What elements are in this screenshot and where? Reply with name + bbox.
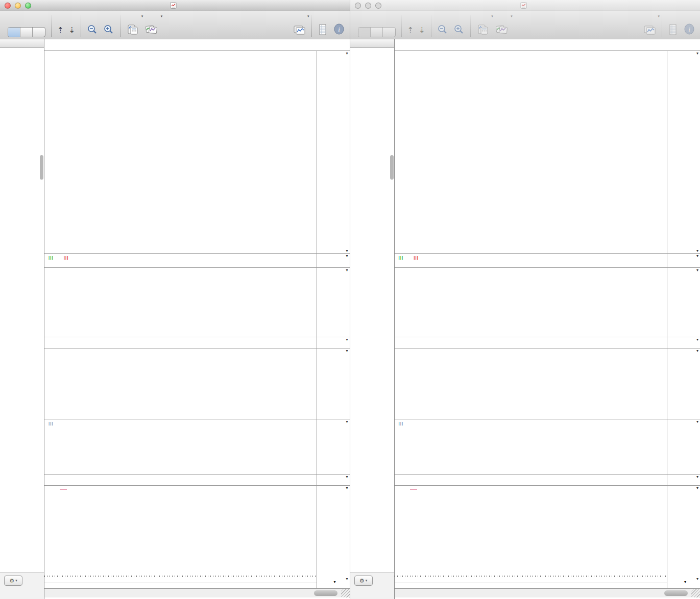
horizontal-scrollbar[interactable]	[395, 589, 700, 597]
price-plot[interactable]	[44, 51, 317, 253]
sidebar-scrollbar-thumb[interactable]	[390, 155, 394, 180]
volume-axis[interactable]: ▾	[317, 419, 350, 474]
zoom-in-button[interactable]	[101, 13, 117, 38]
action-gear-button[interactable]: ⚙▾	[354, 576, 373, 586]
crosshair-tool-icon[interactable]	[8, 28, 20, 37]
collapse-triangle-icon[interactable]: ▾	[696, 577, 698, 581]
mansfield-panel[interactable]: ▾	[395, 337, 700, 348]
resize-grip[interactable]	[691, 589, 700, 597]
relative-performance-baseline-panel[interactable]: ▾	[44, 268, 350, 337]
zoom-out-button[interactable]	[84, 13, 101, 38]
prev-button[interactable]: ⇡	[55, 13, 66, 38]
minimize-button[interactable]	[15, 3, 21, 9]
rp-baseline-plot[interactable]	[395, 268, 667, 337]
layout-button[interactable]: ▾	[640, 13, 659, 38]
rp-axis[interactable]: ▾	[667, 348, 700, 419]
collapse-triangle-icon[interactable]: ▾	[696, 419, 698, 424]
volume-panel[interactable]: ||| ▾	[395, 419, 700, 475]
wma-axis[interactable]: ▾	[317, 254, 350, 267]
collapse-triangle-icon[interactable]: ▾	[346, 248, 348, 253]
collapse-triangle-icon[interactable]: ▾	[346, 51, 348, 56]
periodicity-control[interactable]: ▾▾	[317, 576, 350, 588]
mansfield-panel[interactable]: ▾	[44, 337, 350, 348]
force-plot[interactable]	[395, 486, 667, 576]
text-tool-icon[interactable]	[383, 28, 395, 37]
zoom-button[interactable]	[25, 3, 31, 9]
horizontal-scrollbar[interactable]	[44, 589, 350, 597]
price-axis[interactable]: ▾▾	[667, 51, 700, 253]
collapse-triangle-icon[interactable]: ▾	[346, 475, 348, 479]
resize-grip[interactable]	[341, 589, 350, 597]
rp-baseline-plot[interactable]	[44, 268, 317, 337]
cfis-plot[interactable]	[395, 475, 667, 485]
collapse-triangle-icon[interactable]: ▾	[346, 337, 348, 342]
force-index-signals-panel[interactable]: ▾	[44, 475, 350, 486]
crosshair-tool-icon[interactable]	[358, 28, 371, 37]
volume-axis[interactable]: ▾	[667, 419, 700, 474]
rp-baseline-axis[interactable]: ▾	[317, 268, 350, 337]
volume-plot[interactable]: |||	[395, 419, 667, 474]
sidebar-header[interactable]	[0, 39, 44, 48]
tool-mode-segmented[interactable]	[358, 27, 396, 37]
collapse-triangle-icon[interactable]: ▾	[346, 419, 348, 424]
rp-axis[interactable]: ▾	[317, 348, 350, 419]
next-button[interactable]: ⇣	[416, 13, 428, 38]
templates-button[interactable]: ▾	[142, 13, 161, 38]
price-panel[interactable]: ▾▾	[44, 51, 350, 254]
collapse-triangle-icon[interactable]: ▾	[346, 348, 348, 353]
collapse-triangle-icon[interactable]: ▾	[696, 486, 698, 490]
price-axis[interactable]: ▾▾	[317, 51, 350, 253]
inspector-button[interactable]: i	[330, 13, 348, 38]
collapse-triangle-icon[interactable]: ▾	[346, 268, 348, 272]
symbol-list[interactable]	[0, 48, 44, 572]
indicators-button[interactable]: ▾	[474, 13, 492, 38]
zoom-out-button[interactable]	[435, 13, 451, 38]
force-index-panel[interactable]: ▾	[395, 486, 700, 576]
title-bar[interactable]	[0, 0, 350, 11]
layout-button[interactable]: ▾	[290, 13, 308, 38]
prev-button[interactable]: ⇡	[405, 13, 417, 38]
relative-performance-baseline-panel[interactable]: ▾	[395, 268, 700, 337]
force-index-signals-panel[interactable]: ▾	[395, 475, 700, 486]
collapse-triangle-icon[interactable]: ▾	[696, 337, 698, 342]
price-panel[interactable]: ▾▾	[395, 51, 700, 254]
time-axis-cells[interactable]	[395, 576, 667, 588]
close-button[interactable]	[5, 3, 11, 9]
collapse-triangle-icon[interactable]: ▾	[346, 254, 348, 258]
collapse-triangle-icon[interactable]: ▾	[696, 348, 698, 353]
cfis-plot[interactable]	[44, 475, 317, 485]
tool-mode-segmented[interactable]	[8, 27, 45, 37]
scrollbar-thumb[interactable]	[314, 590, 337, 596]
mansfield-axis[interactable]: ▾	[667, 337, 700, 348]
wma-trend-panel[interactable]: ||| ||| ▾	[395, 254, 700, 268]
time-axis-cells[interactable]	[44, 576, 317, 588]
rp-plot[interactable]	[44, 348, 317, 419]
relative-performance-panel[interactable]: ▾	[44, 348, 350, 419]
close-button[interactable]	[355, 3, 361, 9]
wma-trend-panel[interactable]: ||| ||| ▾	[44, 254, 350, 268]
symbol-list[interactable]	[350, 48, 394, 572]
title-bar[interactable]	[350, 0, 700, 11]
zoom-in-button[interactable]	[451, 13, 467, 38]
content-button[interactable]	[665, 13, 681, 38]
collapse-triangle-icon[interactable]: ▾	[346, 486, 348, 490]
next-button[interactable]: ⇣	[66, 13, 78, 38]
collapse-triangle-icon[interactable]: ▾	[696, 248, 698, 253]
price-plot[interactable]	[395, 51, 667, 253]
cfis-axis[interactable]: ▾	[667, 475, 700, 485]
mansfield-plot[interactable]	[395, 337, 667, 348]
force-plot[interactable]	[44, 486, 317, 576]
minimize-button[interactable]	[365, 3, 371, 9]
force-axis[interactable]: ▾	[667, 486, 700, 576]
indicators-button[interactable]: ▾	[124, 13, 142, 38]
line-tool-icon[interactable]	[20, 28, 33, 37]
relative-performance-panel[interactable]: ▾	[395, 348, 700, 419]
sidebar-scrollbar-thumb[interactable]	[40, 155, 43, 180]
volume-panel[interactable]: ||| ▾	[44, 419, 350, 475]
content-button[interactable]	[315, 13, 330, 38]
templates-button[interactable]: ▾	[492, 13, 512, 38]
force-index-panel[interactable]: ▾	[44, 486, 350, 576]
rp-baseline-axis[interactable]: ▾	[667, 268, 700, 337]
rp-plot[interactable]	[395, 348, 667, 419]
collapse-triangle-icon[interactable]: ▾	[696, 475, 698, 479]
